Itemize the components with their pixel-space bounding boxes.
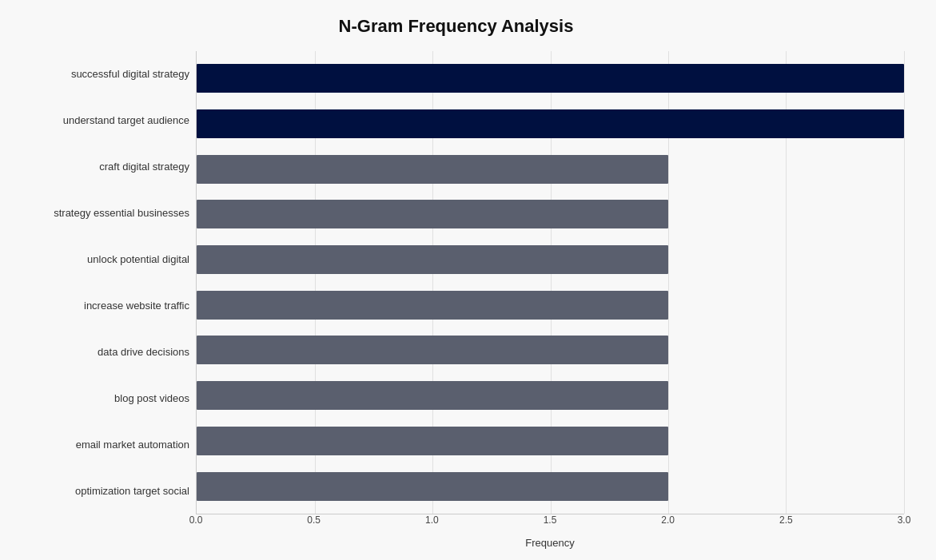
bar-row [197,332,904,367]
y-label: data drive decisions [8,332,189,373]
bar-row [197,423,904,459]
bar [197,472,668,501]
bar [197,245,668,274]
x-tick-label: 0.0 [189,514,203,526]
bar [197,381,668,410]
bar [197,200,668,228]
x-axis-title: Frequency [196,537,904,549]
bar [197,291,668,320]
y-label: increase website traffic [8,285,189,327]
bar [197,64,904,93]
x-tick-label: 2.0 [661,514,675,526]
x-tick-label: 1.0 [425,514,439,526]
bar-row [197,61,904,96]
chart-area: successful digital strategyunderstand ta… [8,51,904,514]
chart-container: N-Gram Frequency Analysis successful dig… [0,0,936,560]
bars-wrapper [197,51,904,514]
x-tick-label: 3.0 [898,514,911,526]
bar-row [197,288,904,323]
y-label: optimization target social [8,471,189,512]
x-tick-label: 2.5 [779,514,793,526]
y-labels: successful digital strategyunderstand ta… [8,51,196,514]
y-label: blog post videos [8,378,189,419]
bar-row [197,106,904,141]
y-label: craft digital strategy [8,146,189,188]
y-label: strategy essential businesses [8,193,189,234]
bar [197,336,668,364]
bar [197,109,904,138]
bar-row [197,469,904,504]
bar [197,155,668,184]
grid-line [904,51,905,514]
y-label: understand target audience [8,100,189,141]
y-label: successful digital strategy [8,54,189,95]
chart-title: N-Gram Frequency Analysis [8,16,904,37]
x-tick-label: 0.5 [307,514,321,526]
y-label: unlock potential digital [8,239,189,280]
x-axis-row: 0.00.51.01.52.02.53.0 [196,514,904,534]
bar-row [197,242,904,277]
y-label: email market automation [8,424,189,466]
bars-area [196,51,904,514]
bar-row [197,378,904,413]
bar-row [197,197,904,232]
x-tick-label: 1.5 [544,514,557,526]
bar [197,427,668,455]
bar-row [197,152,904,187]
